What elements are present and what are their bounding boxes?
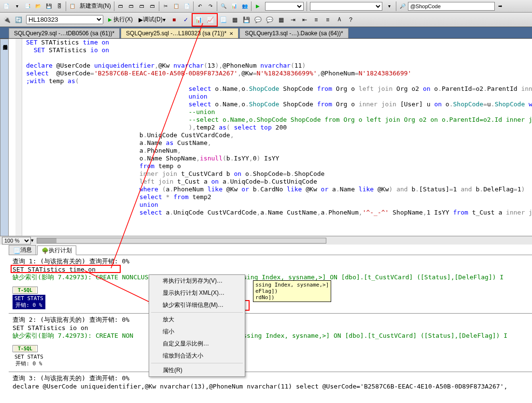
table-icon[interactable]: ▦ (276, 14, 287, 25)
plan-icon: 🌳 (42, 247, 47, 253)
connect-icon[interactable]: 🔌 (1, 14, 12, 25)
tooltip: ssing Index, sysname,>] eFlag]) rdNo]) (253, 280, 331, 302)
play-icon[interactable]: ▶ (253, 1, 263, 11)
db-icon-1[interactable]: 🗃 (116, 1, 126, 11)
horizontal-scrollbar[interactable] (37, 238, 326, 244)
format-icon-2[interactable]: ≡ (322, 14, 333, 25)
plan-title: 查询 1: (与该批有关的) 查询开销: 0% (13, 257, 528, 266)
save-icon[interactable]: 💾 (44, 1, 54, 11)
undo-icon[interactable]: ↶ (195, 1, 205, 11)
main-toolbar: 📄 ▾ 📑 📂 💾 🗄 📋 新建查询(N) 🗃 🗃 🗃 🗃 ✂ 📋 📄 ↶ ↷ … (0, 0, 532, 13)
tab-query29[interactable]: SQLQuery29.sql -…tDB0506 (sa (61))* (9, 28, 120, 38)
results-grid-icon[interactable]: ▦ (230, 14, 240, 25)
menu-zoom-to-fit[interactable]: 缩放到合适大小 (149, 350, 245, 362)
plan-query-2: 查询 2: (与该批有关的) 查询开销: 0% SET STATistics i… (9, 314, 532, 372)
zoom-bar: 100 % ▾ (0, 236, 532, 245)
redo-icon[interactable]: ↷ (206, 1, 215, 11)
editor-gutter (15, 39, 22, 236)
new-query-label[interactable]: 新建查询(N) (78, 2, 113, 10)
debug-button[interactable]: ▶ 调试(D) ▾ (136, 15, 168, 24)
new-query-icon[interactable]: 📋 (68, 1, 77, 11)
registered-servers-strip[interactable]: 注册的服务器 (0, 39, 9, 242)
missing-index-hint[interactable]: 缺少索引(影响 7.42973): CREATE NONXXXXXXXXXXXX… (13, 331, 528, 340)
copy-icon[interactable]: 📋 (171, 1, 181, 11)
new-file-icon[interactable]: 📑 (23, 1, 32, 11)
outdent-icon[interactable]: ⇤ (299, 14, 310, 25)
parse-icon[interactable]: ✓ (181, 14, 191, 25)
db-icon-3[interactable]: 🗃 (137, 1, 147, 11)
document-tabs: SQLQuery29.sql -…tDB0506 (sa (61))* SQLQ… (0, 27, 532, 39)
close-icon[interactable]: ✕ (229, 31, 233, 36)
dropdown-icon[interactable]: ▾ (12, 1, 22, 11)
open-icon[interactable]: 📂 (33, 1, 43, 11)
uncomment-icon[interactable]: 💬 (265, 14, 275, 25)
zoom-combo[interactable]: 100 % (2, 237, 31, 245)
plan-statement: SET STATistics io on (13, 324, 528, 331)
menu-properties[interactable]: 属性(R) (149, 364, 245, 376)
plan-statement: declare @UserCode uniqueidentifier,@Kw n… (13, 383, 528, 390)
cost-label: SET STATS开销: 0 % (13, 295, 45, 309)
sql-editor[interactable]: SET STATistics time on SET STATistics io… (15, 39, 532, 236)
tsql-node[interactable]: T-SQL (13, 287, 38, 294)
comment-icon[interactable]: 💬 (253, 14, 264, 25)
sql-toolbar: 🔌 🔄 HL180323 执行(X) ▶ 调试(D) ▾ ■ ✓ 📊 📈 📃 ▦… (0, 13, 532, 27)
help-icon[interactable]: ? (346, 14, 356, 25)
variable-combo[interactable]: @ShopCode (408, 2, 495, 11)
messages-icon: 📃 (13, 247, 19, 253)
run-target-combo[interactable] (265, 2, 304, 11)
nav-icon-3[interactable]: 👥 (240, 1, 250, 11)
plan-query-3: 查询 3: (与该批有关的) 查询开销: 0% declare @UserCod… (9, 372, 532, 403)
result-tabs: 📃消息 🌳执行计划 (9, 245, 532, 255)
cost-label: SET STATS开销: 0 % (13, 353, 45, 368)
execution-plan-pane[interactable]: 查询 1: (与该批有关的) 查询开销: 0% SET STATistics t… (9, 255, 532, 403)
include-stats-icon[interactable]: 📈 (205, 14, 216, 25)
menu-save-plan-as[interactable]: 将执行计划另存为(V)… (149, 275, 245, 287)
results-text-icon[interactable]: 📃 (218, 14, 229, 25)
plan-title: 查询 2: (与该批有关的) 查询开销: 0% (13, 316, 528, 324)
cut-icon[interactable]: ✂ (161, 1, 170, 11)
nav-icon-2[interactable]: 📊 (229, 1, 239, 11)
execute-button[interactable]: 执行(X) (105, 15, 136, 24)
specify-values-icon[interactable]: Ａ (334, 14, 345, 25)
tab-execution-plan[interactable]: 🌳执行计划 (37, 245, 76, 255)
goto-icon[interactable]: ➡ (495, 1, 505, 11)
tab-query25[interactable]: SQLQuery25.sql -…L180323 (sa (71))*✕ (121, 28, 238, 38)
results-file-icon[interactable]: 💾 (241, 14, 252, 25)
menu-missing-index-details[interactable]: 缺少索引详细信息(M)… (149, 299, 245, 311)
indent-icon[interactable]: ⇥ (288, 14, 298, 25)
tab-query13[interactable]: SQLQuery13.sql -…).Daoke (sa (64))* (239, 28, 348, 38)
new-project-icon[interactable]: 📄 (1, 1, 11, 11)
find-icon[interactable]: 🔎 (398, 1, 407, 11)
include-plan-icon[interactable]: 📊 (194, 14, 204, 25)
format-icon-1[interactable]: ≡ (311, 14, 322, 25)
db-icon-2[interactable]: 🗃 (126, 1, 136, 11)
menu-custom-zoom[interactable]: 自定义显示比例… (149, 338, 245, 350)
save-all-icon[interactable]: 🗄 (55, 1, 64, 11)
context-menu: 将执行计划另存为(V)… 显示执行计划 XML(X)… 缺少索引详细信息(M)…… (149, 274, 245, 377)
zoom-dropdown-icon[interactable]: ▾ (31, 237, 34, 244)
config-dropdown-icon[interactable]: ▾ (385, 1, 394, 11)
db-icon-4[interactable]: 🗃 (148, 1, 157, 11)
database-combo[interactable]: HL180323 (26, 15, 103, 24)
tsql-node[interactable]: T-SQL (13, 345, 38, 352)
menu-zoom-out[interactable]: 缩小 (149, 326, 245, 338)
paste-icon[interactable]: 📄 (182, 1, 192, 11)
change-conn-icon[interactable]: 🔄 (13, 14, 24, 25)
menu-show-plan-xml[interactable]: 显示执行计划 XML(X)… (149, 287, 245, 299)
plan-title: 查询 3: (与该批有关的) 查询开销: 0% (13, 374, 528, 383)
plan-statement: SET STATistics time on (13, 266, 528, 273)
nav-icon-1[interactable]: 🔍 (219, 1, 228, 11)
stop-icon[interactable]: ■ (169, 14, 180, 25)
config-combo[interactable] (310, 2, 382, 11)
tab-messages[interactable]: 📃消息 (9, 245, 36, 255)
menu-zoom-in[interactable]: 放大 (149, 314, 245, 326)
